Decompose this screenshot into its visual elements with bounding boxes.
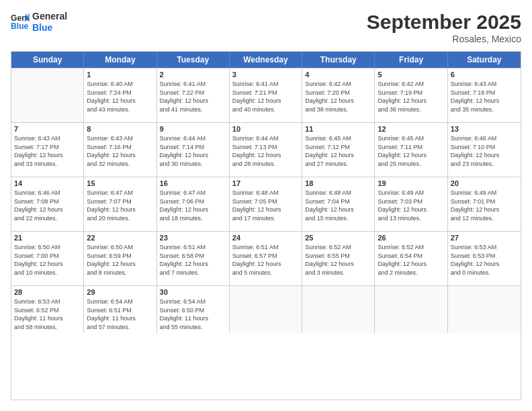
day-info: Sunrise: 6:40 AM Sunset: 7:24 PM Dayligh… (87, 80, 153, 113)
day-info: Sunrise: 6:52 AM Sunset: 6:54 PM Dayligh… (378, 243, 444, 277)
calendar-header-cell: Monday (84, 52, 157, 68)
calendar-row: 14Sunrise: 6:46 AM Sunset: 7:08 PM Dayli… (11, 177, 521, 231)
logo-text-blue: Blue (32, 22, 67, 34)
day-number: 7 (14, 125, 81, 133)
day-number: 30 (160, 288, 226, 296)
calendar-cell: 16Sunrise: 6:47 AM Sunset: 7:06 PM Dayli… (157, 177, 230, 231)
day-number: 24 (232, 234, 299, 242)
day-number: 15 (87, 179, 153, 187)
subtitle: Rosales, Mexico (367, 34, 521, 44)
calendar-cell: 9Sunrise: 6:44 AM Sunset: 7:14 PM Daylig… (157, 123, 230, 177)
day-number: 13 (451, 125, 518, 133)
logo: General Blue General Blue (11, 11, 67, 34)
day-info: Sunrise: 6:53 AM Sunset: 6:52 PM Dayligh… (14, 298, 81, 331)
day-info: Sunrise: 6:46 AM Sunset: 7:08 PM Dayligh… (14, 189, 81, 222)
day-info: Sunrise: 6:45 AM Sunset: 7:12 PM Dayligh… (305, 134, 371, 168)
calendar-cell: 4Sunrise: 6:42 AM Sunset: 7:20 PM Daylig… (302, 68, 375, 122)
page: General Blue General Blue September 2025… (0, 0, 532, 411)
day-info: Sunrise: 6:43 AM Sunset: 7:16 PM Dayligh… (87, 134, 153, 168)
day-info: Sunrise: 6:47 AM Sunset: 7:06 PM Dayligh… (160, 189, 226, 222)
calendar-cell: 20Sunrise: 6:49 AM Sunset: 7:01 PM Dayli… (448, 177, 521, 231)
calendar-cell: 22Sunrise: 6:50 AM Sunset: 6:59 PM Dayli… (84, 232, 157, 285)
calendar-body: 1Sunrise: 6:40 AM Sunset: 7:24 PM Daylig… (11, 68, 521, 333)
day-info: Sunrise: 6:53 AM Sunset: 6:53 PM Dayligh… (451, 243, 518, 277)
day-number: 20 (451, 179, 518, 187)
calendar-cell: 11Sunrise: 6:45 AM Sunset: 7:12 PM Dayli… (302, 123, 375, 177)
title-block: September 2025 Rosales, Mexico (367, 11, 521, 44)
calendar-cell: 24Sunrise: 6:51 AM Sunset: 6:57 PM Dayli… (230, 232, 302, 285)
calendar-row: 1Sunrise: 6:40 AM Sunset: 7:24 PM Daylig… (11, 68, 521, 122)
calendar-cell: 27Sunrise: 6:53 AM Sunset: 6:53 PM Dayli… (448, 232, 521, 285)
calendar-header-row: SundayMondayTuesdayWednesdayThursdayFrid… (11, 52, 521, 68)
day-info: Sunrise: 6:41 AM Sunset: 7:22 PM Dayligh… (160, 80, 226, 113)
svg-text:Blue: Blue (11, 21, 29, 31)
calendar-cell: 23Sunrise: 6:51 AM Sunset: 6:58 PM Dayli… (157, 232, 230, 285)
calendar-cell (230, 286, 302, 333)
calendar-cell: 10Sunrise: 6:44 AM Sunset: 7:13 PM Dayli… (230, 123, 302, 177)
logo-text-general: General (32, 11, 67, 22)
calendar-cell: 7Sunrise: 6:43 AM Sunset: 7:17 PM Daylig… (11, 123, 84, 177)
day-info: Sunrise: 6:51 AM Sunset: 6:58 PM Dayligh… (160, 243, 226, 277)
calendar-cell: 2Sunrise: 6:41 AM Sunset: 7:22 PM Daylig… (157, 68, 230, 122)
day-info: Sunrise: 6:43 AM Sunset: 7:17 PM Dayligh… (14, 134, 81, 168)
calendar-cell: 29Sunrise: 6:54 AM Sunset: 6:51 PM Dayli… (84, 286, 157, 333)
day-number: 28 (14, 288, 81, 296)
calendar-cell: 19Sunrise: 6:49 AM Sunset: 7:03 PM Dayli… (375, 177, 447, 231)
day-number: 18 (305, 179, 371, 187)
calendar-header-cell: Sunday (11, 52, 84, 68)
day-number: 12 (378, 125, 444, 133)
calendar-row: 28Sunrise: 6:53 AM Sunset: 6:52 PM Dayli… (11, 285, 521, 333)
calendar-cell: 8Sunrise: 6:43 AM Sunset: 7:16 PM Daylig… (84, 123, 157, 177)
calendar-cell: 6Sunrise: 6:43 AM Sunset: 7:18 PM Daylig… (448, 68, 521, 122)
calendar-cell (448, 286, 521, 333)
day-number: 27 (451, 234, 518, 242)
day-number: 17 (232, 179, 299, 187)
day-number: 10 (232, 125, 299, 133)
day-number: 23 (160, 234, 226, 242)
day-info: Sunrise: 6:49 AM Sunset: 7:03 PM Dayligh… (378, 189, 444, 222)
calendar-cell: 1Sunrise: 6:40 AM Sunset: 7:24 PM Daylig… (84, 68, 157, 122)
calendar-cell: 26Sunrise: 6:52 AM Sunset: 6:54 PM Dayli… (375, 232, 447, 285)
day-info: Sunrise: 6:44 AM Sunset: 7:13 PM Dayligh… (232, 134, 299, 168)
day-info: Sunrise: 6:52 AM Sunset: 6:55 PM Dayligh… (305, 243, 371, 277)
calendar-row: 7Sunrise: 6:43 AM Sunset: 7:17 PM Daylig… (11, 122, 521, 177)
calendar-header-cell: Wednesday (230, 52, 302, 68)
day-number: 16 (160, 179, 226, 187)
day-number: 19 (378, 179, 444, 187)
calendar-cell (375, 286, 447, 333)
header: General Blue General Blue September 2025… (11, 11, 521, 44)
day-number: 14 (14, 179, 81, 187)
calendar-header-cell: Friday (375, 52, 447, 68)
day-info: Sunrise: 6:48 AM Sunset: 7:04 PM Dayligh… (305, 189, 371, 222)
day-info: Sunrise: 6:54 AM Sunset: 6:50 PM Dayligh… (160, 298, 226, 331)
calendar-header-cell: Thursday (302, 52, 375, 68)
day-number: 2 (160, 71, 226, 79)
calendar-cell: 28Sunrise: 6:53 AM Sunset: 6:52 PM Dayli… (11, 286, 84, 333)
day-number: 9 (160, 125, 226, 133)
calendar-cell: 13Sunrise: 6:46 AM Sunset: 7:10 PM Dayli… (448, 123, 521, 177)
main-title: September 2025 (367, 11, 521, 34)
day-info: Sunrise: 6:41 AM Sunset: 7:21 PM Dayligh… (232, 80, 299, 113)
day-info: Sunrise: 6:48 AM Sunset: 7:05 PM Dayligh… (232, 189, 299, 222)
day-number: 3 (232, 71, 299, 79)
day-number: 21 (14, 234, 81, 242)
logo-icon: General Blue (11, 13, 30, 32)
calendar-header-cell: Saturday (448, 52, 521, 68)
day-info: Sunrise: 6:46 AM Sunset: 7:10 PM Dayligh… (451, 134, 518, 168)
calendar-cell: 15Sunrise: 6:47 AM Sunset: 7:07 PM Dayli… (84, 177, 157, 231)
day-info: Sunrise: 6:43 AM Sunset: 7:18 PM Dayligh… (451, 80, 518, 113)
calendar-cell: 18Sunrise: 6:48 AM Sunset: 7:04 PM Dayli… (302, 177, 375, 231)
calendar-cell: 5Sunrise: 6:42 AM Sunset: 7:19 PM Daylig… (375, 68, 447, 122)
day-number: 8 (87, 125, 153, 133)
calendar-cell (11, 68, 84, 122)
day-info: Sunrise: 6:49 AM Sunset: 7:01 PM Dayligh… (451, 189, 518, 222)
calendar-row: 21Sunrise: 6:50 AM Sunset: 7:00 PM Dayli… (11, 231, 521, 285)
day-number: 6 (451, 71, 518, 79)
day-info: Sunrise: 6:45 AM Sunset: 7:11 PM Dayligh… (378, 134, 444, 168)
calendar-cell: 12Sunrise: 6:45 AM Sunset: 7:11 PM Dayli… (375, 123, 447, 177)
day-number: 26 (378, 234, 444, 242)
calendar-cell: 3Sunrise: 6:41 AM Sunset: 7:21 PM Daylig… (230, 68, 302, 122)
day-number: 25 (305, 234, 371, 242)
day-info: Sunrise: 6:42 AM Sunset: 7:19 PM Dayligh… (378, 80, 444, 113)
day-number: 11 (305, 125, 371, 133)
